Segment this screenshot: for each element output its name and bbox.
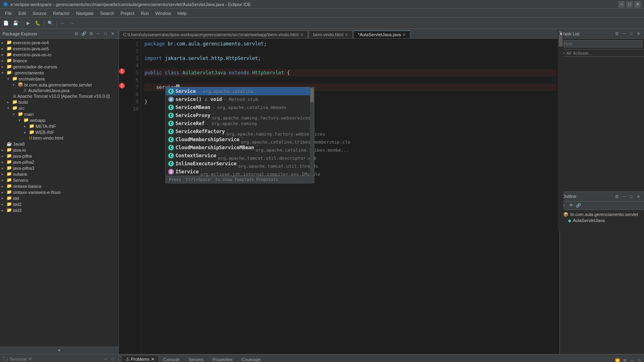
outline-class[interactable]: ◆ AulaServletJava (560, 218, 644, 224)
tree-item-26[interactable]: ▸ 📁 tdd (0, 195, 118, 201)
outline-hide[interactable]: 👁 (568, 202, 574, 209)
tab-properties[interactable]: Properties (208, 356, 237, 362)
toolbar-new[interactable]: 📄 (2, 19, 10, 28)
maximize-button[interactable]: □ (626, 1, 633, 8)
maximize-panel-button[interactable]: □ (102, 31, 109, 37)
tree-item-5[interactable]: ▾ 📁 ! gerenciamento (0, 70, 118, 76)
tree-item-21[interactable]: ▸ 📁 java-pilha3 (0, 165, 118, 171)
tree-item-27[interactable]: ▸ 📁 tdd2 (0, 201, 118, 207)
menu-refactor[interactable]: Refactor (50, 10, 73, 16)
tree-item-18[interactable]: ▸ 📁 java-io (0, 147, 118, 153)
menu-project[interactable]: Project (117, 10, 137, 16)
outline-close[interactable]: ✕ (635, 193, 642, 200)
tree-item-11[interactable]: ▾ 📁 src (0, 105, 118, 111)
minimize-panel-button[interactable]: ─ (95, 31, 101, 37)
ac-item-1[interactable]: m service() : void - Method stub (166, 95, 314, 103)
link-editor-button[interactable]: 🔗 (80, 31, 87, 37)
problems-filter[interactable]: 🔽 (614, 357, 621, 362)
tree-item-14[interactable]: ▸ 📁 META-INF (0, 123, 118, 129)
tree-item-9[interactable]: 🖥 Apache Tomcat v10.0 [Apache Tomcat v10… (0, 93, 118, 99)
tree-item-17[interactable]: ☕ Java8 (0, 141, 118, 147)
toolbar-run[interactable]: ▶ (24, 19, 33, 28)
toolbar-debug[interactable]: 🐛 (33, 19, 42, 28)
tab-problems-close[interactable]: ✕ (151, 357, 155, 362)
toolbar-back[interactable]: ← (58, 19, 67, 28)
tree-item-16[interactable]: H bem-vindo.html (0, 135, 118, 141)
autocomplete-scroll-thumb (310, 88, 314, 102)
tree-scroll-down[interactable]: ▼ (0, 347, 118, 354)
menu-file[interactable]: File (2, 10, 15, 16)
editor-scrollbar[interactable]: ▲ (558, 30, 559, 231)
tree-menu-button[interactable]: ☰ (88, 31, 94, 37)
filter-activate-label[interactable]: Activate... (573, 51, 592, 56)
terminal-btns[interactable]: ─ (102, 356, 109, 362)
tree-item-10[interactable]: ▸ 📁 build (0, 99, 118, 105)
outline-menu[interactable]: ☰ (613, 193, 620, 200)
tree-item-3[interactable]: ▸ 📁 finance (0, 58, 118, 64)
filter-all-label[interactable]: All (566, 51, 571, 56)
tree-item-19[interactable]: ▸ 📁 java-pilha (0, 153, 118, 159)
tree-item-12[interactable]: ▾ 📁 main (0, 111, 118, 117)
tab-aula-servlet[interactable]: *AulaServletJava.java ✕ (353, 31, 410, 38)
ac-item-3[interactable]: C ServiceProxy - org.apache.naming.facto… (166, 111, 314, 119)
tree-item-8[interactable]: J ! AulaServletJava.java (0, 88, 118, 93)
menu-edit[interactable]: Edit (15, 10, 29, 16)
menu-help[interactable]: Help (174, 10, 190, 16)
tree-item-23[interactable]: ▸ 📁 Servers (0, 177, 118, 183)
menu-source[interactable]: Source (29, 10, 50, 16)
menu-window[interactable]: Window (152, 10, 174, 16)
ac-item-0[interactable]: C Service - org.apache.catalina (166, 87, 314, 95)
tree-item-6[interactable]: ▾ 📁 src/main/java (0, 76, 118, 82)
tree-item-20[interactable]: ▸ 📁 java-pilha2 (0, 159, 118, 165)
tree-item-7[interactable]: ▾ 📦 br.com.aula.gerenciamento.servlet (0, 82, 118, 88)
tree-item-0[interactable]: ▸ 📁 exercicio-java-oo4 (0, 39, 118, 45)
task-minimize-button[interactable]: ─ (621, 31, 627, 37)
tree-item-25[interactable]: ▸ 📁 sintaxe-variaveis-e-fluxo (0, 189, 118, 195)
close-panel-button[interactable]: ✕ (109, 31, 116, 37)
tree-item-4[interactable]: ▸ 📁 gerenciador-de-cursos (0, 64, 118, 70)
outline-maximize[interactable]: □ (628, 193, 634, 200)
tree-item-2[interactable]: ▸ 📁 exercicio-java-oo-io (0, 51, 118, 58)
problems-maximize[interactable]: □ (636, 357, 642, 362)
task-search-input[interactable] (561, 40, 642, 47)
scrollbar-up[interactable]: ▲ (559, 31, 559, 34)
tree-item-15[interactable]: ▸ 📁 WEB-INF (0, 129, 118, 135)
tab-close-servlet[interactable]: ✕ (402, 33, 406, 37)
ac-item-10[interactable]: I IService - org.eclipse.jdt.internal.co… (166, 168, 314, 176)
problems-menu[interactable]: ☰ (621, 357, 628, 362)
tree-item-22[interactable]: ▸ 📁 nubank (0, 171, 118, 177)
outline-link[interactable]: 🔗 (575, 202, 582, 209)
task-close-button[interactable]: ✕ (635, 31, 642, 37)
terminal-maximize[interactable]: □ (109, 356, 116, 362)
close-button[interactable]: ✕ (634, 1, 641, 8)
task-menu-button[interactable]: ☰ (613, 31, 620, 37)
code-content[interactable]: package br.com.aula.gerenciamento.servle… (141, 39, 559, 354)
menu-navigate[interactable]: Navigate (73, 10, 97, 16)
tree-item-13[interactable]: ▾ 📁 webapp (0, 117, 118, 123)
outline-package[interactable]: 📦 br.com.aula.gerenciamento.servlet (560, 212, 644, 218)
tab-close-bem[interactable]: ✕ (345, 33, 348, 37)
tree-item-1[interactable]: ▸ 📁 exercicio-java-oo5 (0, 45, 118, 51)
outline-minimize[interactable]: ─ (621, 193, 627, 200)
menu-run[interactable]: Run (138, 10, 152, 16)
tab-bem-vindo[interactable]: bem-vindo.html ✕ (309, 31, 353, 38)
autocomplete-popup[interactable]: C Service - org.apache.catalina m servic… (165, 87, 314, 183)
tab-bem-vindo-path[interactable]: C:\Users\ulysseserra\eclipse-workspace\g… (119, 31, 308, 38)
toolbar-save[interactable]: 💾 (11, 19, 20, 28)
tree-item-28[interactable]: ▸ 📁 tdd3 (0, 207, 118, 213)
problems-minimize[interactable]: ─ (629, 357, 635, 362)
minimize-button[interactable]: ─ (618, 1, 625, 8)
outline-tree: 📦 br.com.aula.gerenciamento.servlet ◆ Au… (560, 210, 644, 225)
tab-close-path[interactable]: ✕ (300, 33, 303, 37)
toolbar-search[interactable]: 🔍 (46, 19, 55, 28)
tab-coverage[interactable]: Coverage (237, 356, 265, 362)
task-maximize-button[interactable]: □ (628, 31, 634, 37)
collapse-all-button[interactable]: ⊟ (73, 31, 80, 37)
tree-item-24[interactable]: ▸ 📁 sintaxe-basica (0, 183, 118, 189)
autocomplete-scrollbar[interactable] (310, 87, 314, 176)
tab-problems[interactable]: ⚠ Problems ✕ (121, 355, 159, 362)
tab-console[interactable]: Console (159, 356, 184, 362)
toolbar-forward[interactable]: → (68, 19, 77, 28)
menu-search[interactable]: Search (97, 10, 118, 16)
tab-servers[interactable]: Servers (184, 356, 208, 362)
